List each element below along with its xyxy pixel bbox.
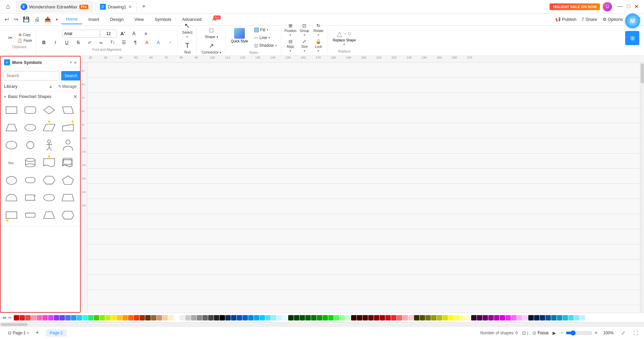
shape-extra-4[interactable]: [60, 207, 76, 223]
add-page-button[interactable]: +: [34, 329, 41, 336]
color-swatch[interactable]: [345, 315, 351, 320]
manage-button[interactable]: ✎ Manage: [58, 84, 77, 89]
shape-shadow-rect[interactable]: [22, 190, 38, 206]
color-swatch[interactable]: [265, 315, 271, 320]
color-swatch[interactable]: [220, 315, 225, 320]
color-swatch[interactable]: [471, 315, 477, 320]
color-swatch[interactable]: [505, 315, 511, 320]
line-color-button[interactable]: ✏: [8, 315, 12, 320]
rotate-button[interactable]: ↻ Rotate ▾: [312, 22, 325, 37]
font-size-decrease-button[interactable]: A-: [129, 30, 140, 38]
minimize-button[interactable]: —: [617, 3, 623, 10]
menu-tab-insert[interactable]: Insert: [84, 15, 104, 24]
highlight-button[interactable]: A: [153, 39, 164, 46]
shape-curved-1[interactable]: [3, 190, 20, 206]
horizontal-scrollbar[interactable]: [0, 322, 644, 326]
share-button[interactable]: ⤴ Share: [582, 17, 597, 22]
color-swatch[interactable]: [282, 315, 288, 320]
snap-button[interactable]: ⊞: [625, 31, 639, 45]
color-swatch[interactable]: [111, 315, 116, 320]
color-swatch[interactable]: [311, 315, 316, 320]
home-button[interactable]: ⌂: [3, 2, 13, 11]
menu-tab-home[interactable]: Home: [61, 14, 82, 24]
color-swatch[interactable]: [191, 315, 196, 320]
color-swatch[interactable]: [117, 315, 122, 320]
color-swatch[interactable]: [351, 315, 356, 320]
color-swatch[interactable]: [208, 315, 214, 320]
holiday-banner[interactable]: HOLIDAY SALE ON NOW: [550, 3, 600, 10]
color-swatch[interactable]: [185, 315, 191, 320]
color-swatch[interactable]: [168, 315, 174, 320]
export-button[interactable]: 📤: [42, 15, 53, 24]
italic-button[interactable]: I: [50, 39, 61, 46]
undo-button[interactable]: ↩: [3, 15, 11, 24]
color-swatch[interactable]: [71, 315, 76, 320]
color-swatch[interactable]: [437, 315, 442, 320]
panel-collapse-button[interactable]: [74, 60, 77, 65]
color-swatch[interactable]: [128, 315, 134, 320]
color-swatch[interactable]: [237, 315, 242, 320]
color-swatch[interactable]: [260, 315, 265, 320]
color-swatch[interactable]: [88, 315, 93, 320]
text-direction-button[interactable]: T↕: [107, 39, 118, 45]
color-swatch[interactable]: [14, 315, 19, 320]
color-swatch[interactable]: [454, 315, 459, 320]
color-swatch[interactable]: [534, 315, 539, 320]
color-swatch[interactable]: [397, 315, 402, 320]
subscript-button[interactable]: x₂: [96, 40, 107, 45]
cut-button[interactable]: ✂: [5, 34, 15, 42]
line-button[interactable]: — Line ▾: [252, 34, 279, 41]
menu-tab-advanced[interactable]: Advanced: [177, 15, 206, 24]
layers-icon[interactable]: ⊡: [522, 330, 526, 336]
v-scroll-thumb[interactable]: [641, 63, 644, 83]
color-swatch[interactable]: [483, 315, 488, 320]
color-swatch[interactable]: [94, 315, 99, 320]
ai-assistant-button[interactable]: M: [625, 13, 640, 28]
color-swatch[interactable]: [225, 315, 231, 320]
color-swatch[interactable]: [105, 315, 111, 320]
menu-tab-view[interactable]: View: [130, 15, 149, 24]
font-size-input[interactable]: [100, 30, 117, 38]
color-swatch[interactable]: [277, 315, 282, 320]
focus-icon[interactable]: ⊙: [532, 330, 536, 336]
close-button[interactable]: ✕: [634, 3, 639, 10]
replace-shape-button[interactable]: △ → ○ Replace Shape ▾: [330, 28, 358, 47]
color-swatch[interactable]: [494, 315, 499, 320]
copy-button[interactable]: ⧉ Copy: [16, 32, 34, 37]
color-swatch[interactable]: [231, 315, 236, 320]
color-swatch[interactable]: [20, 315, 25, 320]
color-swatch[interactable]: [334, 315, 339, 320]
shape-ellipse[interactable]: [22, 120, 38, 136]
font-family-input[interactable]: [63, 30, 100, 38]
color-swatch[interactable]: [180, 315, 185, 320]
shape-button[interactable]: □ Shape ▾: [203, 26, 220, 40]
color-swatch[interactable]: [151, 315, 156, 320]
color-swatch[interactable]: [545, 315, 551, 320]
shape-trapezoid[interactable]: [3, 120, 20, 136]
color-swatch[interactable]: [574, 315, 579, 320]
shape-rounded-oval[interactable]: [22, 172, 38, 188]
color-swatch[interactable]: [288, 315, 294, 320]
paragraph-button[interactable]: ¶: [130, 39, 141, 46]
fill-button[interactable]: Fill ▾: [252, 27, 279, 33]
color-swatch[interactable]: [465, 315, 471, 320]
color-swatch[interactable]: [580, 315, 585, 320]
fit-page-button[interactable]: ⤢: [619, 330, 627, 336]
color-swatch[interactable]: [82, 315, 88, 320]
shape-rounded-rect[interactable]: [22, 102, 38, 118]
zoom-in-button[interactable]: +: [595, 330, 598, 336]
color-swatch[interactable]: [551, 315, 557, 320]
color-swatch[interactable]: [271, 315, 276, 320]
group-button[interactable]: ⊡ Group ▾: [298, 22, 311, 37]
new-tab-button[interactable]: +: [139, 2, 148, 11]
color-swatch[interactable]: [363, 315, 368, 320]
drawing-tab[interactable]: D Drawing1 ✕: [96, 1, 137, 12]
text-button[interactable]: T Text: [182, 41, 193, 55]
list-button[interactable]: ☰: [119, 39, 129, 46]
color-swatch[interactable]: [460, 315, 465, 320]
color-swatch[interactable]: [425, 315, 431, 320]
color-swatch[interactable]: [202, 315, 208, 320]
shape-document[interactable]: [41, 155, 57, 171]
save-button[interactable]: 💾: [21, 15, 32, 24]
page-tab-1-label[interactable]: ⊡ Page-1 ▾: [4, 329, 33, 337]
